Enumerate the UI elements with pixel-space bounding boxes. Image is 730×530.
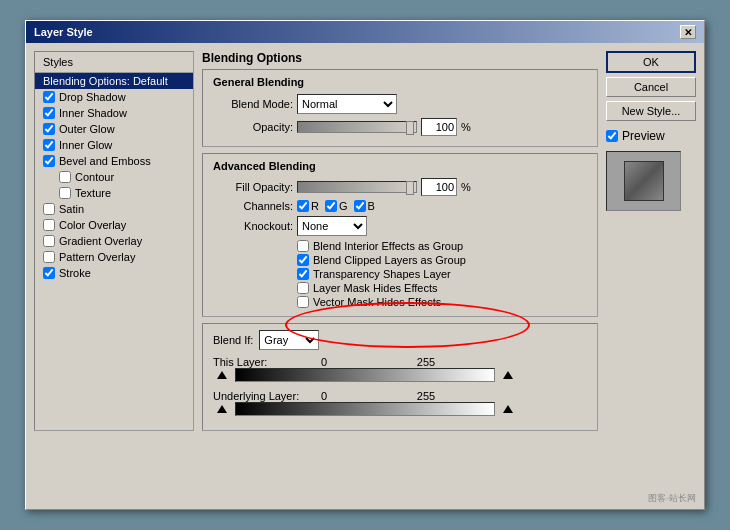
drop-shadow-label: Drop Shadow <box>59 91 126 103</box>
vector-mask-row: Vector Mask Hides Effects <box>297 296 587 308</box>
contour-label: Contour <box>75 171 114 183</box>
satin-label: Satin <box>59 203 84 215</box>
outer-glow-checkbox[interactable] <box>43 123 55 135</box>
blend-clipped-checkbox[interactable] <box>297 254 309 266</box>
inner-glow-label: Inner Glow <box>59 139 112 151</box>
channel-g-checkbox[interactable] <box>325 200 337 212</box>
advanced-blending-title: Advanced Blending <box>213 160 587 172</box>
channel-r-checkbox[interactable] <box>297 200 309 212</box>
layer-style-dialog: Layer Style ✕ Styles Blending Options: D… <box>25 20 705 510</box>
fill-opacity-input[interactable] <box>421 178 457 196</box>
sidebar-item-satin[interactable]: Satin <box>35 201 193 217</box>
underlying-slider-row <box>213 402 587 416</box>
underlying-layer-row: Underlying Layer: 0 255 <box>213 390 587 402</box>
inner-shadow-checkbox[interactable] <box>43 107 55 119</box>
fill-opacity-label: Fill Opacity: <box>213 181 293 193</box>
sidebar-item-outer-glow[interactable]: Outer Glow <box>35 121 193 137</box>
blend-if-select[interactable]: Gray Red Green Blue <box>259 330 319 350</box>
this-layer-handle-right[interactable] <box>503 371 513 379</box>
sidebar-item-stroke[interactable]: Stroke <box>35 265 193 281</box>
opacity-input[interactable] <box>421 118 457 136</box>
texture-label: Texture <box>75 187 111 199</box>
fill-opacity-row: Fill Opacity: % <box>213 178 587 196</box>
this-layer-slider-row <box>213 368 587 382</box>
sidebar-item-drop-shadow[interactable]: Drop Shadow <box>35 89 193 105</box>
blending-options-title: Blending Options <box>202 51 598 65</box>
bevel-emboss-checkbox[interactable] <box>43 155 55 167</box>
opacity-slider[interactable] <box>297 121 417 133</box>
preview-checkbox[interactable] <box>606 130 618 142</box>
layer-mask-row: Layer Mask Hides Effects <box>297 282 587 294</box>
title-bar: Layer Style ✕ <box>26 21 704 43</box>
this-layer-container: This Layer: 0 255 <box>213 356 587 382</box>
sidebar-item-contour[interactable]: Contour <box>35 169 193 185</box>
fill-opacity-slider[interactable] <box>297 181 417 193</box>
fill-opacity-thumb[interactable] <box>406 181 414 195</box>
color-overlay-checkbox[interactable] <box>43 219 55 231</box>
channel-g-label: G <box>339 200 348 212</box>
advanced-checkboxes: Blend Interior Effects as Group Blend Cl… <box>213 240 587 308</box>
color-overlay-label: Color Overlay <box>59 219 126 231</box>
drop-shadow-checkbox[interactable] <box>43 91 55 103</box>
general-blending-title: General Blending <box>213 76 587 88</box>
underlying-handle-left[interactable] <box>217 405 227 413</box>
watermark: 图客·站长网 <box>648 492 696 505</box>
gradient-overlay-label: Gradient Overlay <box>59 235 142 247</box>
sidebar-item-blending-options[interactable]: Blending Options: Default <box>35 73 193 89</box>
this-layer-max: 255 <box>335 356 435 368</box>
knockout-row: Knockout: None Shallow Deep <box>213 216 587 236</box>
satin-checkbox[interactable] <box>43 203 55 215</box>
title-bar-close-button[interactable]: ✕ <box>680 25 696 39</box>
cancel-button[interactable]: Cancel <box>606 77 696 97</box>
opacity-label: Opacity: <box>213 121 293 133</box>
advanced-blending-section: Advanced Blending Fill Opacity: % Channe… <box>202 153 598 317</box>
inner-glow-checkbox[interactable] <box>43 139 55 151</box>
sidebar-item-gradient-overlay[interactable]: Gradient Overlay <box>35 233 193 249</box>
channel-g-item: G <box>325 200 348 212</box>
opacity-row: Opacity: % <box>213 118 587 136</box>
underlying-handle-right[interactable] <box>503 405 513 413</box>
underlying-layer-slider[interactable] <box>235 402 495 416</box>
blend-interior-checkbox[interactable] <box>297 240 309 252</box>
vector-mask-checkbox[interactable] <box>297 296 309 308</box>
this-layer-row: This Layer: 0 255 <box>213 356 587 368</box>
dialog-title: Layer Style <box>34 26 93 38</box>
underlying-max: 255 <box>335 390 435 402</box>
this-layer-min: 0 <box>321 356 327 368</box>
texture-checkbox[interactable] <box>59 187 71 199</box>
preview-label-row: Preview <box>606 129 696 143</box>
ok-button[interactable]: OK <box>606 51 696 73</box>
this-layer-slider[interactable] <box>235 368 495 382</box>
blend-if-row: Blend If: Gray Red Green Blue <box>213 330 587 350</box>
layer-mask-checkbox[interactable] <box>297 282 309 294</box>
transparency-shapes-checkbox[interactable] <box>297 268 309 280</box>
gradient-overlay-checkbox[interactable] <box>43 235 55 247</box>
sidebar-item-pattern-overlay[interactable]: Pattern Overlay <box>35 249 193 265</box>
this-layer-handle-left[interactable] <box>217 371 227 379</box>
contour-checkbox[interactable] <box>59 171 71 183</box>
dialog-body: Styles Blending Options: Default Drop Sh… <box>26 43 704 439</box>
transparency-shapes-row: Transparency Shapes Layer <box>297 268 587 280</box>
channels-label: Channels: <box>213 200 293 212</box>
channels-checkboxes: R G B <box>297 200 375 212</box>
outer-glow-label: Outer Glow <box>59 123 115 135</box>
channel-b-label: B <box>368 200 375 212</box>
sidebar-item-inner-shadow[interactable]: Inner Shadow <box>35 105 193 121</box>
inner-shadow-label: Inner Shadow <box>59 107 127 119</box>
blend-clipped-label: Blend Clipped Layers as Group <box>313 254 466 266</box>
channels-row: Channels: R G B <box>213 200 587 212</box>
opacity-thumb[interactable] <box>406 121 414 135</box>
channel-b-checkbox[interactable] <box>354 200 366 212</box>
blend-mode-select[interactable]: Normal Dissolve Multiply Screen <box>297 94 397 114</box>
blend-if-section: Blend If: Gray Red Green Blue This Layer… <box>202 323 598 431</box>
blend-mode-label: Blend Mode: <box>213 98 293 110</box>
pattern-overlay-checkbox[interactable] <box>43 251 55 263</box>
sidebar-item-bevel-emboss[interactable]: Bevel and Emboss <box>35 153 193 169</box>
knockout-label: Knockout: <box>213 220 293 232</box>
sidebar-item-inner-glow[interactable]: Inner Glow <box>35 137 193 153</box>
knockout-select[interactable]: None Shallow Deep <box>297 216 367 236</box>
new-style-button[interactable]: New Style... <box>606 101 696 121</box>
sidebar-item-texture[interactable]: Texture <box>35 185 193 201</box>
stroke-checkbox[interactable] <box>43 267 55 279</box>
sidebar-item-color-overlay[interactable]: Color Overlay <box>35 217 193 233</box>
